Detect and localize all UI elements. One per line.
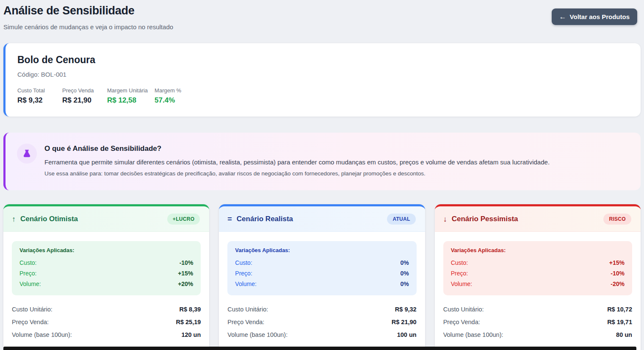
scenario-title: = Cenário Realista (227, 215, 293, 224)
scenario-metrics: Custo Unitário: R$ 9,32 Preço Venda: R$ … (227, 303, 416, 350)
metric-label: Margem Unitária (107, 87, 148, 94)
metric-row-value: 80 un (616, 331, 632, 338)
variation-label: Volume: (235, 281, 257, 287)
variation-row: Custo: -10% (19, 257, 193, 268)
metric-row-value: R$ 25,19 (176, 319, 201, 325)
metric-row-value: 120 un (181, 331, 201, 338)
metric-row-value: R$ 8,39 (180, 306, 201, 313)
scenario-body: Variações Aplicadas: Custo: -10% Preço: … (3, 232, 209, 350)
metric-row-label: Custo Unitário: (443, 306, 484, 313)
page: Análise de Sensibilidade Simule cenários… (0, 0, 644, 350)
metric-row-label: Volume (base 100un): (227, 331, 287, 338)
variation-value: -10% (180, 259, 193, 266)
scenario-badge: +LUCRO (167, 214, 200, 225)
variation-row: Preço: 0% (235, 268, 409, 278)
metric-row: Custo Unitário: R$ 10,72 (443, 303, 632, 316)
metric-row-label: Volume (base 100un): (443, 331, 503, 338)
product-metrics: Custo Total R$ 9,32 Preço Venda R$ 21,90… (17, 87, 629, 105)
left-arrow-icon: ← (559, 13, 567, 20)
variation-label: Preço: (451, 270, 468, 277)
variations-box: Variações Aplicadas: Custo: -10% Preço: … (12, 241, 201, 295)
variation-label: Custo: (235, 259, 252, 266)
scenario-card-pessimista: ↓ Cenário Pessimista RISCO Variações Apl… (435, 204, 641, 350)
scenario-body: Variações Aplicadas: Custo: 0% Preço: 0%… (219, 232, 425, 350)
bottom-dark-bar (3, 347, 636, 350)
divider (227, 345, 416, 346)
variations-title: Variações Aplicadas: (19, 247, 193, 253)
scenario-title: ↓ Cenário Pessimista (443, 215, 518, 224)
metric-row-label: Custo Unitário: (12, 306, 53, 313)
metric-row: Custo Unitário: R$ 9,32 (227, 303, 416, 316)
variation-value: +20% (178, 281, 193, 287)
variations-box: Variações Aplicadas: Custo: 0% Preço: 0%… (227, 241, 416, 295)
variation-value: 0% (400, 259, 409, 266)
scenario-header: ↑ Cenário Otimista +LUCRO (3, 206, 209, 232)
metric-row-value: R$ 10,72 (607, 306, 632, 313)
variation-row: Preço: -10% (451, 268, 625, 278)
page-header: Análise de Sensibilidade Simule cenários… (3, 4, 641, 31)
divider (12, 345, 201, 346)
variation-value: 0% (400, 270, 409, 277)
metric-row: Volume (base 100un): 120 un (12, 328, 201, 341)
variations-box: Variações Aplicadas: Custo: +15% Preço: … (443, 241, 632, 295)
scenario-header: = Cenário Realista ATUAL (219, 206, 425, 232)
variation-label: Volume: (19, 281, 41, 287)
product-name: Bolo de Cenoura (17, 54, 629, 66)
metric-row: Preço Venda: R$ 21,90 (227, 316, 416, 328)
scenario-cards-row: ↑ Cenário Otimista +LUCRO Variações Apli… (3, 204, 641, 350)
variation-row: Volume: 0% (235, 278, 409, 289)
variation-row: Preço: +15% (19, 268, 193, 278)
metric-row-value: R$ 19,71 (607, 319, 632, 325)
product-summary-card: Bolo de Cenoura Código: BOL-001 Custo To… (3, 43, 641, 117)
sensitivity-info-box: O que é Análise de Sensibilidade? Ferram… (3, 133, 641, 190)
page-title: Análise de Sensibilidade (3, 4, 173, 17)
info-title: O que é Análise de Sensibilidade? (44, 144, 550, 153)
scenario-metrics: Custo Unitário: R$ 8,39 Preço Venda: R$ … (12, 303, 201, 350)
metric-preco-venda: Preço Venda R$ 21,90 (62, 87, 100, 105)
metric-label: Preço Venda (62, 87, 100, 94)
metric-row-value: 100 un (397, 331, 417, 338)
variation-value: -20% (611, 281, 625, 287)
flask-icon (17, 144, 37, 164)
metric-custo-total: Custo Total R$ 9,32 (17, 87, 55, 105)
metric-row-label: Preço Venda: (12, 319, 49, 325)
back-to-products-button[interactable]: ← Voltar aos Produtos (552, 8, 637, 25)
variations-title: Variações Aplicadas: (451, 247, 625, 253)
variation-row: Custo: +15% (451, 257, 625, 268)
back-button-label: Voltar aos Produtos (570, 13, 630, 20)
info-usage: Use essa análise para: tomar decisões es… (44, 170, 550, 177)
header-text: Análise de Sensibilidade Simule cenários… (3, 4, 173, 31)
info-description: Ferramenta que permite simular diferente… (44, 158, 550, 166)
info-text: O que é Análise de Sensibilidade? Ferram… (44, 143, 550, 177)
scenario-title-text: Cenário Realista (237, 215, 293, 223)
scenario-body: Variações Aplicadas: Custo: +15% Preço: … (435, 232, 641, 350)
metric-value: R$ 9,32 (17, 96, 55, 105)
variation-label: Custo: (19, 259, 36, 266)
metric-row: Custo Unitário: R$ 8,39 (12, 303, 201, 316)
variation-value: 0% (400, 281, 409, 287)
variation-row: Volume: -20% (451, 278, 625, 289)
arrow-up-icon: ↑ (12, 215, 16, 224)
variation-value: -10% (611, 270, 625, 277)
metric-row-label: Custo Unitário: (227, 306, 268, 313)
product-code: Código: BOL-001 (17, 71, 629, 78)
metric-row: Volume (base 100un): 80 un (443, 328, 632, 341)
metric-row-value: R$ 21,90 (392, 319, 417, 325)
metric-label: Custo Total (17, 87, 55, 94)
variation-row: Custo: 0% (235, 257, 409, 268)
metric-row-label: Preço Venda: (227, 319, 264, 325)
scenario-card-realista: = Cenário Realista ATUAL Variações Aplic… (219, 204, 425, 350)
metric-margem-unitaria: Margem Unitária R$ 12,58 (107, 87, 148, 105)
metric-value: 57.4% (155, 96, 193, 105)
metric-value: R$ 21,90 (62, 96, 100, 105)
scenario-title: ↑ Cenário Otimista (12, 215, 78, 224)
scenario-badge: ATUAL (387, 214, 415, 225)
variation-label: Custo: (451, 259, 468, 266)
metric-row: Preço Venda: R$ 19,71 (443, 316, 632, 328)
variation-value: +15% (609, 259, 625, 266)
divider (443, 345, 632, 346)
variation-label: Preço: (19, 270, 36, 277)
page-subtitle: Simule cenários de mudanças e veja o imp… (3, 23, 173, 31)
metric-row: Preço Venda: R$ 25,19 (12, 316, 201, 328)
variation-label: Preço: (235, 270, 252, 277)
